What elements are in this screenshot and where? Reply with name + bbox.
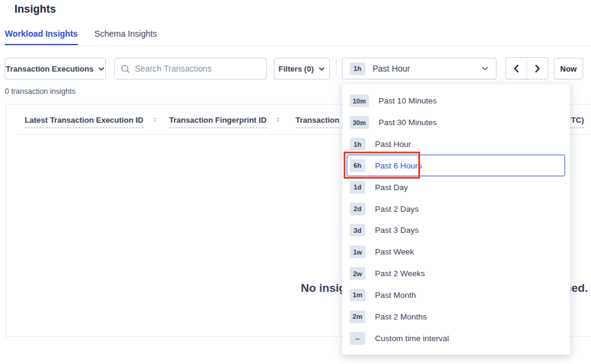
sort-icon[interactable]: ▲▼ — [276, 117, 280, 123]
interval-label: Past Hour — [375, 140, 411, 149]
view-type-label: Transaction Executions — [6, 64, 94, 73]
tab-workload-insights[interactable]: Workload Insights — [5, 28, 78, 46]
interval-badge: 1w — [350, 245, 365, 258]
interval-badge: 2w — [350, 267, 365, 280]
menu-item-past-30-minutes[interactable]: 30m Past 30 Minutes — [347, 112, 565, 134]
interval-badge: 2d — [350, 203, 365, 215]
sort-icon[interactable]: ▲▼ — [153, 117, 156, 123]
time-interval-label: Past Hour — [373, 64, 474, 73]
menu-item-past-week[interactable]: 1w Past Week — [347, 241, 565, 263]
search-box[interactable] — [114, 58, 267, 79]
filters-label: Filters (0) — [279, 64, 314, 73]
menu-item-past-6-hours[interactable]: 6h Past 6 Hours — [347, 155, 565, 176]
menu-item-past-2-weeks[interactable]: 2w Past 2 Weeks — [347, 263, 565, 285]
search-icon — [121, 64, 130, 73]
next-interval-button[interactable] — [527, 58, 548, 79]
time-interval-select[interactable]: 1h Past Hour — [342, 58, 497, 79]
insights-count: 0 transaction insights — [5, 87, 75, 96]
column-label[interactable]: Latest Transaction Execution ID — [25, 116, 143, 128]
menu-item-custom-time-interval[interactable]: -- Custom time interval — [347, 327, 565, 349]
toolbar-divider — [336, 59, 336, 78]
interval-label: Past 3 Days — [375, 226, 419, 235]
menu-item-past-day[interactable]: 1d Past Day — [347, 176, 565, 198]
chevron-down-icon — [318, 67, 325, 71]
interval-badge: 6h — [350, 159, 365, 172]
insights-page: Insights Workload Insights Schema Insigh… — [0, 0, 591, 364]
interval-label: Past 2 Months — [375, 312, 427, 321]
interval-label: Past 6 Hours — [375, 161, 422, 170]
interval-badge: 30m — [350, 116, 369, 129]
chevron-right-icon — [534, 64, 540, 73]
interval-label: Past Day — [375, 183, 408, 192]
interval-badge: -- — [350, 332, 365, 345]
interval-label: Past Month — [375, 291, 416, 300]
tab-bar: Workload Insights Schema Insights — [5, 28, 157, 46]
interval-label: Past 2 Days — [375, 205, 419, 214]
column-header-transaction-fingerprint-id: Transaction Fingerprint ID ▲▼ — [169, 116, 280, 128]
interval-badge: 10m — [350, 94, 369, 107]
filters-dropdown[interactable]: Filters (0) — [274, 58, 330, 79]
interval-label: Past Week — [375, 247, 414, 256]
interval-label: Past 30 Minutes — [379, 118, 437, 127]
column-label[interactable]: Transaction Fingerprint ID — [169, 116, 267, 128]
chevron-down-icon — [481, 66, 489, 71]
interval-badge: 3d — [350, 224, 365, 236]
interval-badge: 2m — [350, 310, 365, 323]
tab-schema-insights[interactable]: Schema Insights — [94, 28, 157, 46]
menu-item-past-10-minutes[interactable]: 10m Past 10 Minutes — [347, 90, 565, 112]
menu-item-past-2-months[interactable]: 2m Past 2 Months — [347, 306, 565, 327]
interval-label: Custom time interval — [375, 334, 449, 343]
menu-item-past-2-days[interactable]: 2d Past 2 Days — [347, 198, 565, 220]
now-button[interactable]: Now — [554, 58, 583, 79]
interval-label: Past 10 Minutes — [379, 96, 437, 105]
column-header-latest-transaction-execution-id: Latest Transaction Execution ID ▲▼ — [25, 116, 156, 128]
menu-item-past-hour[interactable]: 1h Past Hour — [347, 134, 565, 155]
chevron-down-icon — [98, 67, 105, 71]
view-type-dropdown[interactable]: Transaction Executions — [5, 58, 106, 79]
tabs-divider — [0, 45, 591, 46]
chevron-left-icon — [513, 64, 519, 73]
previous-interval-button[interactable] — [506, 58, 527, 79]
time-step-controls — [506, 57, 548, 79]
interval-badge: 1h — [350, 138, 365, 150]
interval-badge: 1d — [350, 181, 365, 194]
interval-badge: 1m — [350, 289, 365, 301]
time-interval-menu: 10m Past 10 Minutes 30m Past 30 Minutes … — [342, 83, 571, 355]
search-input[interactable] — [135, 64, 260, 73]
menu-item-past-month[interactable]: 1m Past Month — [347, 284, 565, 306]
time-interval-badge: 1h — [350, 63, 365, 75]
menu-item-past-3-days[interactable]: 3d Past 3 Days — [347, 220, 565, 241]
page-title: Insights — [14, 3, 56, 16]
interval-label: Past 2 Weeks — [375, 269, 425, 278]
